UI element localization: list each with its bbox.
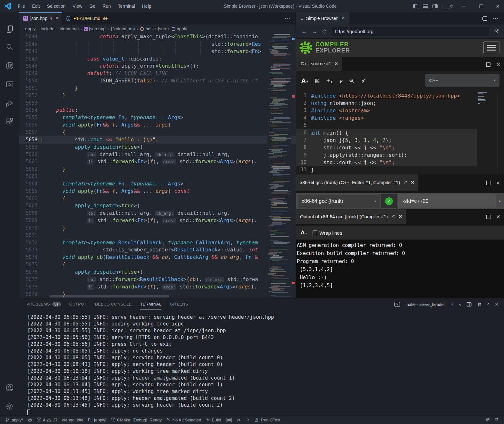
breadcrumb-item[interactable]: json.hpp xyxy=(89,26,105,31)
code-editor[interactable]: 5044 return apply_make_tuple<ConstThis>(… xyxy=(19,33,296,298)
close-pane-icon[interactable]: × xyxy=(496,180,500,186)
font-size-button[interactable]: A▾ xyxy=(301,77,308,84)
chevron-down-icon[interactable]: ▾ xyxy=(496,199,504,203)
maximize-panel-icon[interactable]: ^ xyxy=(487,302,489,307)
menu-go[interactable]: Go xyxy=(86,2,98,10)
menu-file[interactable]: File xyxy=(15,2,28,10)
breadcrumb-item[interactable]: apply xyxy=(25,26,35,31)
tab-readme-md[interactable]: i README.md 9+ xyxy=(63,12,112,24)
panel-tab-output[interactable]: OUTPUT xyxy=(69,298,87,310)
breadcrumb-item[interactable]: nlohmann xyxy=(60,26,79,31)
source-tab[interactable]: C++ source #1 × xyxy=(296,57,342,71)
tab-simple-browser[interactable]: ≡ Simple Browser × xyxy=(296,12,349,24)
new-terminal-icon[interactable]: + xyxy=(451,301,454,308)
ctest-button[interactable]: Run CTest xyxy=(252,416,283,424)
horizontal-scrollbar[interactable] xyxy=(50,295,169,297)
cmake-folder-status[interactable]: [apply] xyxy=(86,416,109,424)
compiler-options-input[interactable]: -std=c++20 xyxy=(398,194,496,208)
close-pane-icon[interactable]: × xyxy=(496,213,500,220)
menu-view[interactable]: View xyxy=(70,2,85,10)
compiler-tab[interactable]: x86-64 gcc (trunk) (C++, Editor #1, Comp… xyxy=(296,174,418,191)
close-pane-icon[interactable]: × xyxy=(496,61,500,68)
panel-tab-debug-console[interactable]: DEBUG CONSOLE xyxy=(95,298,132,310)
pin-icon[interactable] xyxy=(360,77,367,84)
overview-ruler[interactable] xyxy=(291,33,296,298)
panel-tab-problems[interactable]: PROBLEMS31 xyxy=(26,298,61,310)
breadcrumb-item[interactable]: basic_json xyxy=(145,26,166,31)
close-tab-icon[interactable]: × xyxy=(55,15,58,21)
panel-tab-terminal[interactable]: TERMINAL xyxy=(140,298,161,310)
url-input[interactable]: https://godbolt.org xyxy=(332,27,489,36)
hamburger-menu-icon[interactable] xyxy=(483,41,499,54)
run-debug-icon[interactable] xyxy=(0,95,19,111)
close-icon[interactable]: × xyxy=(334,61,338,67)
problems-status[interactable]: × 4 27 xyxy=(34,416,60,424)
menu-selection[interactable]: Selection xyxy=(44,2,69,10)
toggle-secondary-sidebar-icon[interactable] xyxy=(432,4,438,8)
godbolt-source-editor[interactable]: 1#include <https://localhost:8443/apply/… xyxy=(296,91,504,174)
maximize-button[interactable] xyxy=(480,5,483,8)
menu-bar[interactable]: FileEditSelectionViewGoRunTerminalHelp xyxy=(15,2,154,10)
edit-pencil-icon[interactable] xyxy=(403,180,408,185)
minimap[interactable] xyxy=(267,33,291,298)
add-pane-button[interactable]: +▾ xyxy=(326,77,332,84)
open-external-icon[interactable] xyxy=(494,29,499,34)
search-icon[interactable] xyxy=(0,39,19,55)
kit-status[interactable]: No Kit Selected xyxy=(164,416,204,424)
close-icon[interactable]: × xyxy=(411,179,414,186)
output-tab[interactable]: Output of x86-64 gcc (trunk) (Compiler #… xyxy=(296,209,406,224)
menu-run[interactable]: Run xyxy=(100,2,114,10)
launch-button[interactable] xyxy=(243,416,252,424)
menu-edit[interactable]: Edit xyxy=(29,2,43,10)
language-select[interactable]: C++ ▾ xyxy=(425,74,499,87)
accounts-icon[interactable] xyxy=(0,380,19,395)
font-size-button[interactable]: A▾ xyxy=(301,230,307,236)
program-output[interactable]: ASM generation compiler returned: 0Execu… xyxy=(296,240,504,298)
explorer-icon[interactable] xyxy=(0,21,19,37)
tab-json-hpp[interactable]: C+ json.hpp 4 × xyxy=(19,12,63,24)
panel-tab-gitlens[interactable]: GITLENS xyxy=(170,298,188,310)
forward-icon[interactable]: → xyxy=(312,28,317,35)
debug-button[interactable] xyxy=(234,416,243,424)
split-editor-icon[interactable] xyxy=(482,16,487,21)
breadcrumb-item[interactable]: apply xyxy=(177,26,187,31)
extensions-icon[interactable] xyxy=(0,114,19,129)
edit-pencil-icon[interactable] xyxy=(391,214,395,219)
minimize-button[interactable] xyxy=(462,6,466,6)
customize-layout-icon[interactable] xyxy=(447,4,451,8)
editor-more-actions-icon[interactable]: ··· xyxy=(285,12,296,24)
sync-status[interactable] xyxy=(25,416,34,424)
close-window-button[interactable]: × xyxy=(496,3,499,9)
more-actions-icon[interactable]: ··· xyxy=(492,15,499,22)
vertical-scrollbar[interactable] xyxy=(498,91,498,174)
clangd-status[interactable]: clangd: idle xyxy=(60,416,86,424)
settings-gear-icon[interactable] xyxy=(0,399,19,414)
breadcrumb[interactable]: apply› include› nlohmann› C+ json.hpp› {… xyxy=(19,24,296,33)
terminal-output[interactable]: [2022-04-30 06:05:55] INFO: serve_header… xyxy=(27,314,274,416)
close-panel-icon[interactable]: × xyxy=(495,301,498,308)
build-target[interactable]: [all] xyxy=(223,416,234,424)
back-icon[interactable]: ← xyxy=(301,28,307,35)
save-icon[interactable] xyxy=(315,78,320,84)
feedback-button[interactable] xyxy=(483,416,492,424)
source-control-icon[interactable] xyxy=(0,58,19,73)
menu-terminal[interactable]: Terminal xyxy=(115,2,138,10)
git-branch-status[interactable]: apply* xyxy=(3,416,25,424)
maximize-pane-icon[interactable] xyxy=(486,181,490,185)
breadcrumb-item[interactable]: include xyxy=(41,26,54,31)
cmake-status[interactable]: i CMake: [Debug]: Ready xyxy=(109,416,164,424)
kill-terminal-icon[interactable] xyxy=(477,302,482,307)
terminal-dropdown-icon[interactable]: ^ xyxy=(459,302,461,307)
maximize-pane-icon[interactable] xyxy=(486,62,490,67)
terminal-title[interactable]: make - serve_header xyxy=(405,302,445,307)
toggle-panel-icon[interactable] xyxy=(423,4,428,8)
cmake-icon[interactable] xyxy=(0,77,19,92)
compiler-explorer-logo[interactable]: COMPILER EXPLORER xyxy=(315,42,350,54)
search-icon[interactable] xyxy=(349,78,354,84)
vim-mode-icon[interactable]: v xyxy=(339,77,342,84)
breadcrumb-item[interactable]: nlohmann xyxy=(116,26,135,31)
split-terminal-icon[interactable] xyxy=(467,302,471,306)
reload-icon[interactable] xyxy=(322,29,327,34)
build-button[interactable]: Build xyxy=(203,416,223,424)
maximize-pane-icon[interactable] xyxy=(486,215,490,219)
